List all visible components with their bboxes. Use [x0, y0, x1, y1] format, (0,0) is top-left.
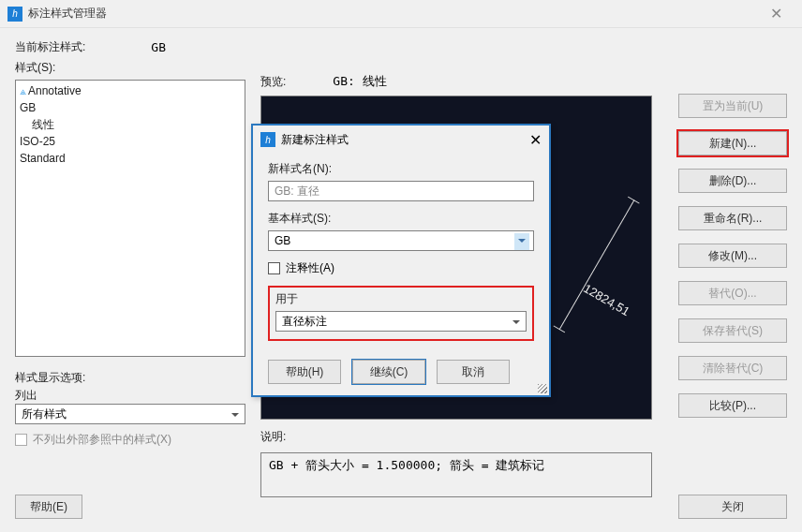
continue-button[interactable]: 继续(C) — [352, 360, 425, 384]
cancel-button[interactable]: 取消 — [437, 360, 510, 384]
clear-override-button: 清除替代(C) — [678, 356, 787, 380]
app-icon: h — [260, 132, 275, 147]
display-options-label: 样式显示选项: — [15, 370, 245, 386]
use-for-label: 用于 — [275, 291, 527, 307]
help-button[interactable]: 帮助(E) — [15, 495, 82, 519]
annotative-checkbox[interactable]: 注释性(A) — [268, 260, 534, 276]
resize-grip-icon[interactable] — [538, 384, 547, 393]
list-label: 列出 — [15, 388, 245, 404]
window-close-button[interactable]: ✕ — [757, 1, 795, 27]
list-filter-select[interactable]: 所有样式 — [15, 404, 245, 424]
modify-button[interactable]: 修改(M)... — [678, 244, 787, 268]
checkbox-icon — [15, 434, 27, 446]
new-button[interactable]: 新建(N)... — [678, 131, 787, 155]
list-item[interactable]: 线性 — [32, 118, 54, 131]
dialog-help-button[interactable]: 帮助(H) — [268, 360, 341, 384]
desc-text: GB + 箭头大小 = 1.500000; 箭头 = 建筑标记 — [260, 452, 652, 497]
checkbox-icon — [268, 262, 280, 274]
window-title: 标注样式管理器 — [28, 6, 107, 22]
styles-label: 样式(S): — [15, 60, 245, 76]
save-override-button: 保存替代(S) — [678, 318, 787, 343]
override-button: 替代(O)... — [678, 281, 787, 305]
preview-value: GB: 线性 — [333, 73, 386, 90]
base-style-select[interactable]: GB — [268, 230, 534, 251]
app-icon: h — [7, 7, 22, 22]
new-name-input[interactable]: GB: 直径 — [268, 181, 534, 201]
styles-listbox[interactable]: ⟁Annotative GB 线性 ISO-25 Standard — [15, 80, 245, 357]
close-button[interactable]: 关闭 — [678, 495, 787, 519]
use-for-select[interactable]: 直径标注 — [275, 311, 527, 332]
annotative-icon: ⟁ — [20, 84, 26, 97]
preview-label: 预览: — [260, 74, 286, 90]
dialog-title: 新建标注样式 — [281, 132, 349, 148]
set-current-button: 置为当前(U) — [678, 94, 787, 118]
chevron-down-icon — [518, 239, 526, 246]
dimension-text: 12824,51 — [581, 281, 631, 318]
delete-button[interactable]: 删除(D)... — [678, 169, 787, 193]
list-item[interactable]: ISO-25 — [20, 135, 55, 148]
new-name-label: 新样式名(N): — [268, 161, 534, 177]
rename-button[interactable]: 重命名(R)... — [678, 206, 787, 230]
compare-button[interactable]: 比较(P)... — [678, 393, 787, 418]
new-style-dialog: h 新建标注样式 ✕ 新样式名(N): GB: 直径 基本样式(S): GB 注… — [251, 124, 551, 397]
base-style-label: 基本样式(S): — [268, 211, 534, 227]
tree-branch-icon — [20, 118, 32, 131]
no-xref-checkbox[interactable]: 不列出外部参照中的样式(X) — [15, 432, 245, 448]
list-item[interactable]: Standard — [20, 152, 66, 165]
desc-label: 说明: — [260, 429, 783, 445]
list-item[interactable]: Annotative — [28, 84, 82, 97]
use-for-group: 用于 直径标注 — [268, 286, 534, 341]
dialog-close-button[interactable]: ✕ — [529, 131, 542, 149]
list-item[interactable]: GB — [20, 101, 36, 114]
